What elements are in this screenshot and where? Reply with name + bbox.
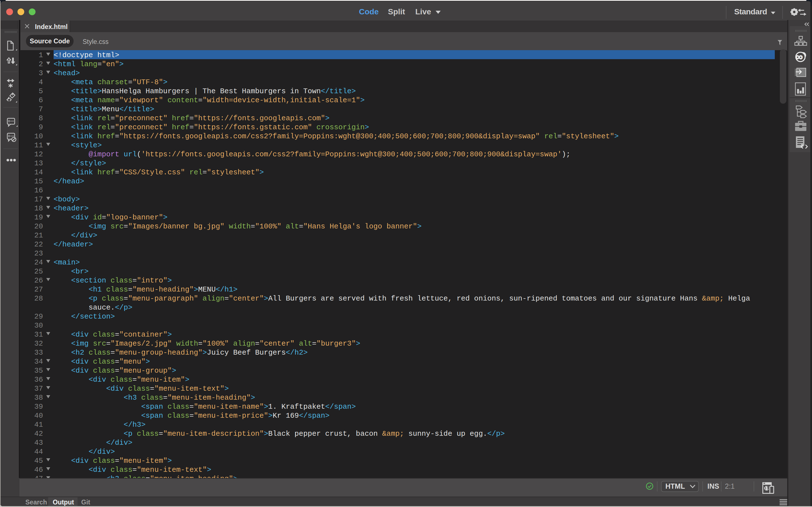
svg-text:HTML: HTML: [665, 482, 685, 490]
svg-text:∞: ∞: [795, 51, 803, 62]
svg-text:INS: INS: [707, 482, 719, 490]
svg-text:2:1: 2:1: [725, 482, 735, 490]
